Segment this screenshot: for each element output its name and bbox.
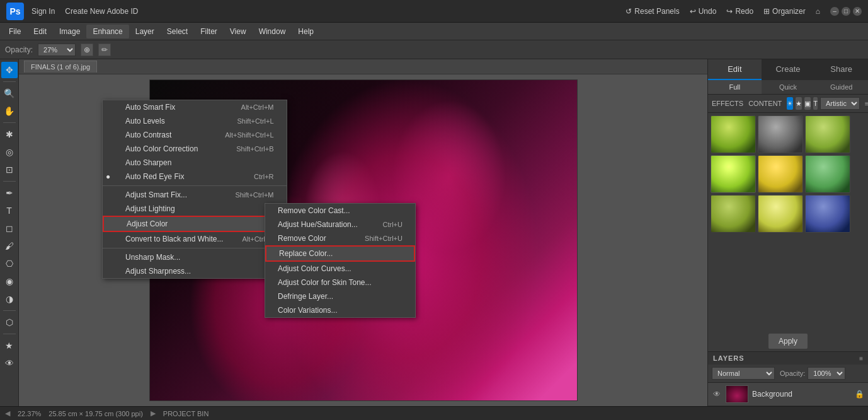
- opacity-select[interactable]: 27%: [38, 44, 76, 56]
- effect-thumb-7[interactable]: [711, 195, 756, 233]
- close-btn[interactable]: ✕: [853, 7, 862, 16]
- sign-in-link[interactable]: Sign In: [31, 7, 55, 16]
- apply-button[interactable]: Apply: [768, 334, 808, 349]
- menu-item-adjust-skin-tone[interactable]: Adjust Color for Skin Tone...: [265, 276, 415, 289]
- menu-item-auto-levels[interactable]: Auto Levels Shift+Ctrl+L: [103, 114, 287, 128]
- layers-expand-icon[interactable]: ≡: [859, 355, 863, 362]
- menu-item-shortcut: Ctrl+R: [235, 173, 273, 180]
- menu-item-label: Remove Color Cast...: [278, 206, 350, 215]
- tool-eyedropper[interactable]: ✒: [1, 185, 18, 201]
- home-btn[interactable]: ⌂: [816, 7, 820, 16]
- menu-filter[interactable]: Filter: [194, 25, 224, 38]
- menu-edit[interactable]: Edit: [27, 25, 53, 38]
- redo-btn[interactable]: ↪ Redo: [726, 7, 753, 16]
- menu-view[interactable]: View: [224, 25, 253, 38]
- tab-quick[interactable]: Quick: [762, 80, 815, 94]
- menu-item-remove-color-cast[interactable]: Remove Color Cast...: [265, 204, 415, 218]
- menu-item-auto-contrast[interactable]: Auto Contrast Alt+Shift+Ctrl+L: [103, 128, 287, 142]
- tool-icon-1[interactable]: ⊕: [81, 44, 93, 56]
- tab-full[interactable]: Full: [708, 80, 762, 94]
- tab-share[interactable]: Share: [814, 59, 868, 80]
- menu-window[interactable]: Window: [253, 25, 292, 38]
- tool-eye[interactable]: 👁: [1, 355, 18, 371]
- blend-mode-select[interactable]: Normal: [712, 367, 775, 380]
- tool-zoom[interactable]: 🔍: [1, 85, 18, 102]
- menu-item-auto-smart-fix[interactable]: Auto Smart Fix Alt+Ctrl+M: [103, 100, 287, 114]
- menu-help[interactable]: Help: [292, 25, 320, 38]
- effect-thumb-4[interactable]: [711, 155, 756, 193]
- effect-thumb-6[interactable]: [805, 155, 850, 193]
- effect-thumb-1[interactable]: [711, 115, 756, 153]
- tool-hand[interactable]: ✋: [1, 103, 18, 119]
- tab-create[interactable]: Create: [762, 59, 815, 80]
- tool-lasso[interactable]: ◎: [1, 144, 18, 160]
- opacity-label: Opacity:: [5, 45, 33, 54]
- tool-magic-wand[interactable]: ✱: [1, 126, 18, 143]
- effect-thumb-2[interactable]: [758, 115, 803, 153]
- menu-item-label: Auto Red Eye Fix: [125, 172, 184, 181]
- menu-item-unsharp-mask[interactable]: Unsharp Mask...: [103, 250, 287, 264]
- menu-item-adjust-sharpness[interactable]: Adjust Sharpness...: [103, 264, 287, 278]
- tool-dodge[interactable]: ◑: [1, 291, 18, 307]
- menu-image[interactable]: Image: [53, 25, 86, 38]
- options-toolbar: Opacity: 27% ⊕ ✏: [0, 40, 868, 59]
- organizer-btn[interactable]: ⊞ Organizer: [763, 7, 806, 16]
- create-id-link[interactable]: Create New Adobe ID: [65, 7, 138, 16]
- effect-thumb-5[interactable]: [758, 155, 803, 193]
- menu-select[interactable]: Select: [161, 25, 194, 38]
- effects-icon-star[interactable]: ★: [796, 97, 802, 110]
- menu-item-auto-color-correction[interactable]: Auto Color Correction Shift+Ctrl+B: [103, 142, 287, 156]
- menu-item-defringe[interactable]: Defringe Layer...: [265, 289, 415, 303]
- menu-file[interactable]: File: [3, 25, 27, 38]
- tool-eraser[interactable]: ◻: [1, 220, 18, 236]
- menu-item-auto-red-eye[interactable]: ● Auto Red Eye Fix Ctrl+R: [103, 170, 287, 184]
- effects-label: EFFECTS: [712, 100, 743, 107]
- tool-crop[interactable]: ⊡: [1, 161, 18, 178]
- style-select[interactable]: Artistic: [820, 97, 860, 110]
- nav-next-icon[interactable]: ▶: [151, 409, 156, 417]
- tool-clone[interactable]: ⎔: [1, 255, 18, 272]
- menu-item-color-variations[interactable]: Color Variations...: [265, 303, 415, 317]
- layer-row-background[interactable]: 👁 Background 🔒: [708, 383, 868, 406]
- menu-bar: File Edit Image Enhance Layer Select Fil…: [0, 23, 868, 40]
- undo-btn[interactable]: ↩ Undo: [690, 7, 717, 16]
- menu-item-convert-bw[interactable]: Convert to Black and White... Alt+Ctrl+B: [103, 232, 287, 246]
- tab-guided[interactable]: Guided: [814, 80, 868, 94]
- effects-icon-text[interactable]: T: [813, 97, 818, 110]
- effects-icon-frame[interactable]: ▣: [804, 97, 811, 110]
- menu-item-adjust-lighting[interactable]: Adjust Lighting ▶: [103, 202, 287, 216]
- nav-prev-icon[interactable]: ◀: [5, 409, 10, 417]
- maximize-btn[interactable]: □: [842, 7, 850, 16]
- effects-expand-icon[interactable]: ≡: [865, 100, 868, 107]
- tool-move[interactable]: ✥: [1, 62, 18, 78]
- tool-custom[interactable]: ★: [1, 337, 18, 354]
- effect-thumb-8[interactable]: [758, 195, 803, 233]
- tool-paint[interactable]: 🖌: [1, 238, 18, 254]
- effects-icon-sun[interactable]: ☀: [787, 97, 793, 110]
- tool-blur[interactable]: ◉: [1, 273, 18, 289]
- tool-icon-2[interactable]: ✏: [98, 44, 111, 56]
- tool-shape[interactable]: ⬡: [1, 314, 18, 330]
- document-tab[interactable]: FINALS (1 of 6).jpg: [24, 61, 97, 73]
- effect-thumb-9[interactable]: [805, 195, 850, 233]
- menu-item-remove-color[interactable]: Remove Color Shift+Ctrl+U: [265, 231, 415, 245]
- menu-layer[interactable]: Layer: [129, 25, 161, 38]
- menu-item-adjust-color-curves[interactable]: Adjust Color Curves...: [265, 262, 415, 276]
- menu-item-adjust-hue-sat[interactable]: Adjust Hue/Saturation... Ctrl+U: [265, 218, 415, 231]
- menu-item-adjust-color[interactable]: Adjust Color ▶: [103, 216, 287, 232]
- effect-thumb-3[interactable]: [805, 115, 850, 153]
- menu-item-adjust-smart-fix[interactable]: Adjust Smart Fix... Shift+Ctrl+M: [103, 188, 287, 202]
- minimize-btn[interactable]: –: [830, 7, 839, 16]
- menu-item-replace-color[interactable]: Replace Color...: [265, 245, 415, 262]
- tool-text[interactable]: T: [1, 202, 18, 219]
- adjust-color-dropdown: Remove Color Cast... Adjust Hue/Saturati…: [265, 203, 416, 318]
- layers-opacity-select[interactable]: 100%: [808, 367, 845, 380]
- enhance-dropdown: Auto Smart Fix Alt+Ctrl+M Auto Levels Sh…: [102, 100, 287, 279]
- layer-visibility-toggle[interactable]: 👁: [712, 389, 722, 399]
- reset-panels-btn[interactable]: ↺ Reset Panels: [625, 7, 679, 16]
- menu-enhance[interactable]: Enhance: [86, 25, 128, 38]
- layer-name: Background: [752, 390, 851, 399]
- menu-item-auto-sharpen[interactable]: Auto Sharpen: [103, 156, 287, 170]
- tab-edit[interactable]: Edit: [708, 59, 762, 80]
- right-panel: Edit Create Share Full Quick Guided EFFE…: [707, 59, 868, 406]
